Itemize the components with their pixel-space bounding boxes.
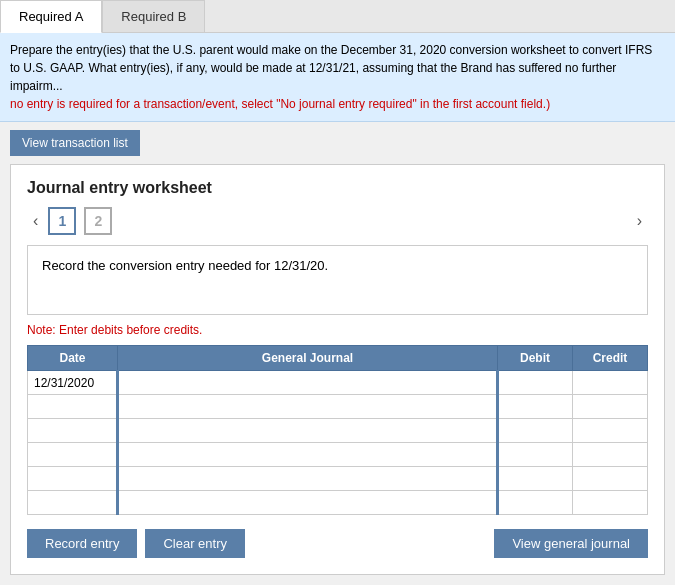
credit-cell-5[interactable] <box>573 491 648 515</box>
next-page-arrow[interactable]: › <box>631 210 648 232</box>
journal-input-0[interactable] <box>119 371 496 394</box>
credit-input-4[interactable] <box>573 467 647 490</box>
worksheet-container: Journal entry worksheet ‹ 1 2 › Record t… <box>10 164 665 575</box>
entry-table: Date General Journal Debit Credit 12/31/… <box>27 345 648 515</box>
debit-cell-0[interactable] <box>498 371 573 395</box>
journal-cell-0[interactable] <box>118 371 498 395</box>
journal-input-1[interactable] <box>119 395 496 418</box>
table-row <box>28 491 648 515</box>
journal-cell-3[interactable] <box>118 443 498 467</box>
credit-cell-2[interactable] <box>573 419 648 443</box>
col-header-credit: Credit <box>573 346 648 371</box>
record-entry-button[interactable]: Record entry <box>27 529 137 558</box>
info-text-red: no entry is required for a transaction/e… <box>10 97 550 111</box>
page-2-button[interactable]: 2 <box>84 207 112 235</box>
col-header-debit: Debit <box>498 346 573 371</box>
journal-input-5[interactable] <box>119 491 496 514</box>
debit-input-4[interactable] <box>499 467 572 490</box>
page-1-button[interactable]: 1 <box>48 207 76 235</box>
credit-input-3[interactable] <box>573 443 647 466</box>
table-row <box>28 419 648 443</box>
date-cell-3 <box>28 443 118 467</box>
debit-cell-4[interactable] <box>498 467 573 491</box>
debit-input-2[interactable] <box>499 419 572 442</box>
tab-required-a[interactable]: Required A <box>0 0 102 33</box>
credit-cell-1[interactable] <box>573 395 648 419</box>
journal-input-3[interactable] <box>119 443 496 466</box>
date-cell-4 <box>28 467 118 491</box>
view-transaction-button[interactable]: View transaction list <box>10 130 140 156</box>
note-text: Note: Enter debits before credits. <box>27 323 648 337</box>
debit-input-3[interactable] <box>499 443 572 466</box>
journal-input-4[interactable] <box>119 467 496 490</box>
info-banner: Prepare the entry(ies) that the U.S. par… <box>0 33 675 122</box>
debit-input-0[interactable] <box>499 371 572 394</box>
instruction-text: Record the conversion entry needed for 1… <box>42 258 328 273</box>
date-cell-1 <box>28 395 118 419</box>
debit-cell-2[interactable] <box>498 419 573 443</box>
journal-cell-4[interactable] <box>118 467 498 491</box>
info-text-main: Prepare the entry(ies) that the U.S. par… <box>10 43 652 93</box>
credit-input-1[interactable] <box>573 395 647 418</box>
clear-entry-button[interactable]: Clear entry <box>145 529 245 558</box>
debit-cell-3[interactable] <box>498 443 573 467</box>
debit-input-1[interactable] <box>499 395 572 418</box>
table-row <box>28 443 648 467</box>
journal-cell-5[interactable] <box>118 491 498 515</box>
debit-input-5[interactable] <box>499 491 572 514</box>
prev-page-arrow[interactable]: ‹ <box>27 210 44 232</box>
credit-cell-0[interactable] <box>573 371 648 395</box>
journal-cell-2[interactable] <box>118 419 498 443</box>
worksheet-title: Journal entry worksheet <box>27 179 648 197</box>
credit-input-5[interactable] <box>573 491 647 514</box>
tabs-bar: Required A Required B <box>0 0 675 33</box>
instruction-box: Record the conversion entry needed for 1… <box>27 245 648 315</box>
view-general-journal-button[interactable]: View general journal <box>494 529 648 558</box>
bottom-buttons: Record entry Clear entry View general jo… <box>27 529 648 558</box>
credit-cell-4[interactable] <box>573 467 648 491</box>
date-cell-5 <box>28 491 118 515</box>
col-header-date: Date <box>28 346 118 371</box>
col-header-journal: General Journal <box>118 346 498 371</box>
debit-cell-5[interactable] <box>498 491 573 515</box>
journal-input-2[interactable] <box>119 419 496 442</box>
date-cell-0: 12/31/2020 <box>28 371 118 395</box>
table-row: 12/31/2020 <box>28 371 648 395</box>
date-cell-2 <box>28 419 118 443</box>
credit-cell-3[interactable] <box>573 443 648 467</box>
debit-cell-1[interactable] <box>498 395 573 419</box>
credit-input-0[interactable] <box>573 371 647 394</box>
tab-required-b[interactable]: Required B <box>102 0 205 32</box>
journal-cell-1[interactable] <box>118 395 498 419</box>
pagination: ‹ 1 2 › <box>27 207 648 235</box>
table-row <box>28 467 648 491</box>
credit-input-2[interactable] <box>573 419 647 442</box>
table-row <box>28 395 648 419</box>
